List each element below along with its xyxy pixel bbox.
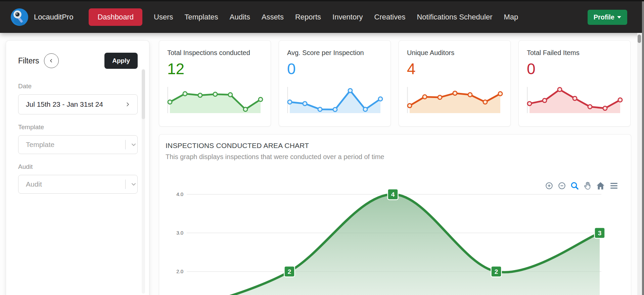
stat-card-value: 0: [527, 61, 622, 78]
stat-card-0: Total Inspections conducted12: [159, 40, 271, 127]
template-label: Template: [18, 124, 138, 131]
caret-down-icon: [617, 16, 621, 18]
nav-item-dashboard[interactable]: Dashboard: [89, 8, 142, 26]
data-point-label: 2: [491, 266, 502, 277]
audit-select[interactable]: Audit: [18, 175, 138, 194]
nav-item-templates[interactable]: Templates: [185, 13, 218, 21]
date-range-value: Jul 15th 23 - Jan 31st 24: [26, 100, 103, 108]
chevron-down-icon: [130, 181, 137, 188]
stat-card-title: Unique Auditors: [407, 48, 502, 58]
page-scrollbar-track[interactable]: [637, 33, 642, 295]
stat-card-title: Total Inspections conducted: [167, 48, 263, 58]
data-point-label: 4: [388, 189, 398, 200]
profile-button-label: Profile: [594, 13, 614, 21]
stat-card-3: Total Failed Items0: [518, 40, 631, 127]
sparkline-chart: [167, 84, 263, 114]
nav-item-reports[interactable]: Reports: [295, 13, 321, 21]
sparkline-chart: [527, 84, 623, 114]
date-label: Date: [18, 83, 138, 90]
y-axis-label: 3.0: [176, 230, 183, 236]
chart-title: INSPECTIONS CONDUCTED AREA CHART: [166, 142, 309, 150]
stat-card-2: Unique Auditors4: [399, 40, 511, 127]
chart-subtitle: This graph displays inspections that wer…: [166, 153, 384, 161]
sparkline-chart: [407, 84, 503, 114]
svg-text:3: 3: [598, 230, 602, 237]
apply-button[interactable]: Apply: [104, 53, 138, 69]
select-divider: [125, 180, 126, 189]
data-point-label: 3: [595, 228, 605, 238]
brand: LocauditPro: [10, 8, 73, 27]
filters-header: Filters Apply: [18, 53, 138, 69]
profile-button[interactable]: Profile: [588, 10, 627, 25]
y-axis-label: 2.0: [176, 268, 183, 274]
nav-item-assets[interactable]: Assets: [262, 13, 284, 21]
magnifier-logo-icon: [10, 8, 29, 27]
audit-label: Audit: [18, 163, 138, 170]
y-axis-label: 4.0: [176, 191, 183, 197]
chevron-right-icon: [125, 101, 131, 107]
area-chart-card: INSPECTIONS CONDUCTED AREA CHART This gr…: [159, 134, 631, 295]
nav-item-creatives[interactable]: Creatives: [374, 13, 406, 21]
svg-text:2: 2: [288, 268, 291, 275]
template-select[interactable]: Template: [18, 135, 138, 154]
filters-scrollbar-thumb[interactable]: [142, 69, 145, 119]
page-scrollbar-thumb[interactable]: [638, 35, 641, 43]
nav-item-audits[interactable]: Audits: [230, 13, 250, 21]
template-select-placeholder: Template: [26, 141, 54, 149]
main-content: Filters Apply Date Jul 15th 23 - Jan 31s…: [0, 33, 644, 295]
collapse-filters-button[interactable]: [44, 53, 59, 68]
stat-card-title: Avg. Score per Inspection: [287, 48, 382, 58]
sparkline-chart: [287, 84, 383, 114]
svg-text:4: 4: [391, 191, 395, 198]
window-edge: [642, 1, 644, 295]
stat-card-value: 4: [407, 61, 502, 78]
nav-item-map[interactable]: Map: [504, 13, 518, 21]
stat-card-1: Avg. Score per Inspection0: [279, 40, 391, 127]
filters-title: Filters: [18, 56, 39, 65]
stat-card-value: 12: [167, 61, 263, 78]
filters-panel: Filters Apply Date Jul 15th 23 - Jan 31s…: [6, 40, 149, 295]
nav-item-inventory[interactable]: Inventory: [332, 13, 363, 21]
area-chart-plot[interactable]: 2.03.04.02423: [159, 184, 632, 295]
data-point-label: 2: [284, 266, 295, 277]
nav-item-notifications-scheduler[interactable]: Notifications Scheduler: [417, 13, 492, 21]
chevron-left-icon: [48, 58, 54, 64]
chevron-down-icon: [130, 141, 137, 148]
stat-card-title: Total Failed Items: [527, 48, 622, 58]
top-navbar: LocauditPro DashboardUsersTemplatesAudit…: [0, 0, 644, 33]
stat-card-value: 0: [287, 61, 382, 78]
nav-menu: DashboardUsersTemplatesAuditsAssetsRepor…: [89, 8, 518, 26]
nav-item-users[interactable]: Users: [154, 13, 173, 21]
date-range-input[interactable]: Jul 15th 23 - Jan 31st 24: [18, 94, 138, 114]
svg-text:2: 2: [495, 268, 498, 275]
area-fill: [186, 194, 600, 295]
brand-text: LocauditPro: [34, 13, 73, 21]
audit-select-placeholder: Audit: [26, 180, 42, 188]
select-divider: [125, 140, 126, 149]
